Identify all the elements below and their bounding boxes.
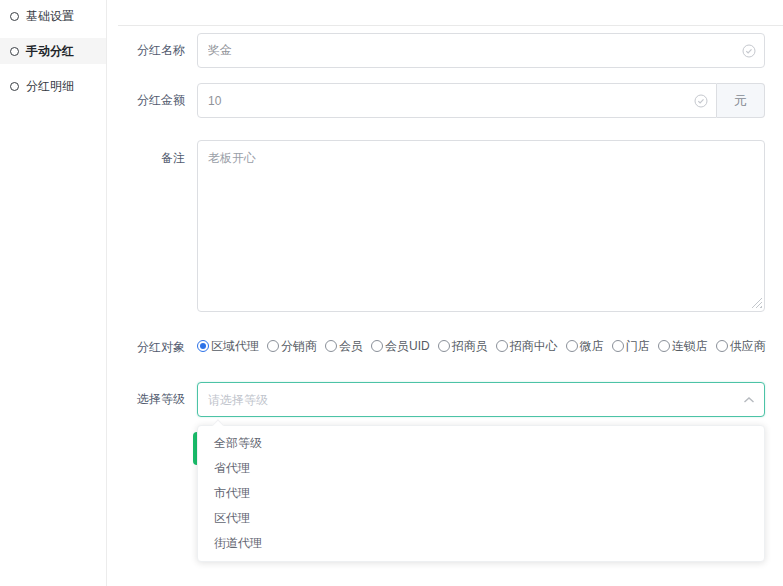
dropdown-arrow [212, 419, 223, 430]
radio-label: 分销商 [281, 338, 317, 355]
select-level-label: 选择等级 [108, 382, 185, 417]
sidebar-item-basic-settings[interactable]: 基础设置 [0, 3, 106, 29]
radio-label: 连锁店 [672, 338, 708, 355]
radio-label: 门店 [626, 338, 650, 355]
dividend-name-field [197, 33, 765, 68]
dropdown-option-district-agent[interactable]: 区代理 [198, 506, 764, 531]
radio-unselected-icon [658, 340, 670, 352]
radio-unselected-icon [267, 340, 279, 352]
amount-unit-suffix: 元 [717, 83, 765, 118]
remark-textarea[interactable]: 老板开心 [197, 140, 765, 312]
radio-unselected-icon [566, 340, 578, 352]
radio-distributor[interactable]: 分销商 [267, 338, 317, 355]
radio-unselected-icon [325, 340, 337, 352]
sidebar: 基础设置 手动分红 分红明细 [0, 0, 107, 586]
radio-circle-icon [10, 47, 19, 56]
radio-unselected-icon [612, 340, 624, 352]
radio-selected-icon [197, 340, 209, 352]
sidebar-item-manual-dividend[interactable]: 手动分红 [0, 38, 106, 64]
radio-unselected-icon [496, 340, 508, 352]
top-divider [118, 25, 783, 26]
radio-member[interactable]: 会员 [325, 338, 363, 355]
radio-circle-icon [10, 82, 19, 91]
radio-region-agent[interactable]: 区域代理 [197, 338, 259, 355]
chevron-up-icon[interactable] [743, 396, 755, 404]
radio-label: 招商中心 [510, 338, 558, 355]
dropdown-option-city-agent[interactable]: 市代理 [198, 481, 764, 506]
sidebar-item-label: 基础设置 [26, 8, 74, 25]
dividend-amount-label: 分红金额 [108, 83, 185, 118]
radio-label: 微店 [580, 338, 604, 355]
dropdown-option-street-agent[interactable]: 街道代理 [198, 531, 764, 556]
dividend-name-label: 分红名称 [108, 33, 185, 68]
radio-label: 区域代理 [211, 338, 259, 355]
radio-member-uid[interactable]: 会员UID [371, 338, 430, 355]
main-panel: 分红名称 分红金额 元 备注 老板开心 分红对象 区域代理 [108, 0, 783, 586]
dividend-target-label: 分红对象 [108, 337, 185, 357]
dropdown-option-all-levels[interactable]: 全部等级 [198, 431, 764, 456]
radio-unselected-icon [438, 340, 450, 352]
radio-supplier[interactable]: 供应商 [716, 338, 766, 355]
radio-label: 会员 [339, 338, 363, 355]
radio-unselected-icon [716, 340, 728, 352]
level-dropdown-panel: 全部等级 省代理 市代理 区代理 街道代理 [197, 425, 765, 562]
radio-label: 供应商 [730, 338, 766, 355]
radio-unselected-icon [371, 340, 383, 352]
dividend-amount-input[interactable] [197, 83, 717, 118]
sidebar-item-dividend-details[interactable]: 分红明细 [0, 73, 106, 99]
sidebar-item-label: 分红明细 [26, 78, 74, 95]
remark-label: 备注 [108, 148, 185, 168]
dividend-amount-field: 元 [197, 83, 765, 118]
radio-chain-store[interactable]: 连锁店 [658, 338, 708, 355]
remark-field: 老板开心 [197, 140, 765, 312]
level-select-input[interactable] [197, 382, 765, 417]
level-select [197, 382, 765, 417]
dividend-target-radio-group: 区域代理 分销商 会员 会员UID 招商员 招商中心 微店 门店 [197, 334, 765, 358]
radio-recruit-center[interactable]: 招商中心 [496, 338, 558, 355]
radio-micro-shop[interactable]: 微店 [566, 338, 604, 355]
radio-circle-icon [10, 12, 19, 21]
radio-recruiter[interactable]: 招商员 [438, 338, 488, 355]
radio-label: 招商员 [452, 338, 488, 355]
radio-label: 会员UID [385, 338, 430, 355]
dividend-name-input[interactable] [197, 33, 765, 68]
sidebar-item-label: 手动分红 [26, 43, 74, 60]
dropdown-option-province-agent[interactable]: 省代理 [198, 456, 764, 481]
radio-store[interactable]: 门店 [612, 338, 650, 355]
